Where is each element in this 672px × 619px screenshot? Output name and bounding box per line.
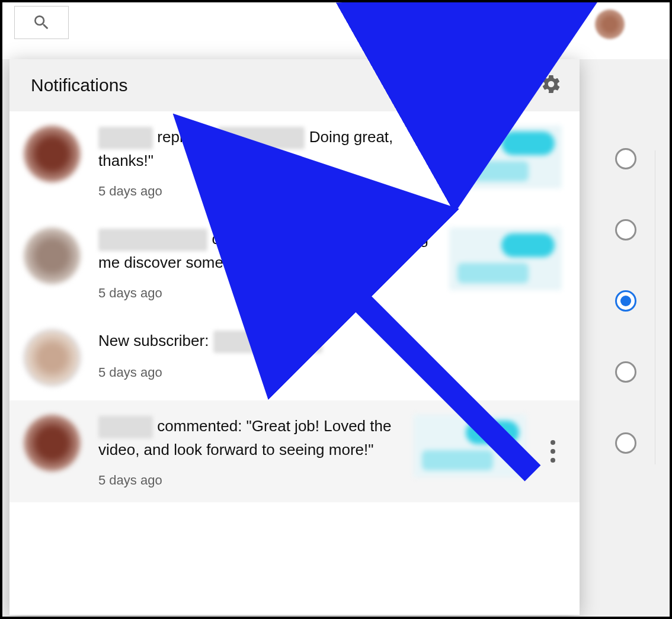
radio-option-3[interactable] <box>615 290 636 312</box>
notification-time: 5 days ago <box>98 184 431 199</box>
notifications-button[interactable]: 9+ <box>540 19 564 43</box>
notification-item[interactable]: New subscriber: ██████████ 5 days ago <box>9 315 580 400</box>
video-thumbnail[interactable] <box>449 227 562 290</box>
avatar <box>24 227 81 284</box>
apps-grid-icon <box>432 22 450 40</box>
radio-option-2[interactable] <box>615 219 636 240</box>
radio-option-1[interactable] <box>615 148 636 169</box>
notification-time: 5 days ago <box>98 365 431 380</box>
video-thumbnail[interactable] <box>414 415 526 477</box>
video-thumbnail[interactable] <box>449 126 562 188</box>
notification-item[interactable]: █████ commented: "Great job! Loved the v… <box>9 400 580 502</box>
avatar <box>24 415 81 472</box>
notification-badge: 9+ <box>552 14 570 32</box>
notification-time: 5 days ago <box>98 473 396 488</box>
notification-list: █████ replied: "████████ Doing great, th… <box>9 111 580 615</box>
gear-icon <box>540 73 562 95</box>
notification-text: New subscriber: ██████████ <box>98 329 431 353</box>
notification-text: ██████████ commented: "██nks for helping… <box>98 227 431 274</box>
create-video-button[interactable] <box>369 19 392 43</box>
notification-text: █████ commented: "Great job! Loved the v… <box>98 415 396 461</box>
account-avatar[interactable] <box>595 9 625 39</box>
top-bar: 9+ <box>2 2 670 59</box>
search-button[interactable] <box>14 6 69 39</box>
divider <box>655 150 655 464</box>
notification-item[interactable]: ██████████ commented: "██nks for helping… <box>9 213 580 315</box>
panel-title: Notifications <box>31 75 127 95</box>
notification-settings-button[interactable] <box>540 73 562 97</box>
video-plus-icon <box>370 20 391 41</box>
radio-option-4[interactable] <box>615 361 636 383</box>
notification-text: █████ replied: "████████ Doing great, th… <box>98 126 431 172</box>
radio-option-5[interactable] <box>615 432 636 454</box>
notification-item[interactable]: █████ replied: "████████ Doing great, th… <box>9 111 580 213</box>
apps-button[interactable] <box>429 19 453 43</box>
notification-time: 5 days ago <box>98 286 431 301</box>
avatar <box>24 329 81 386</box>
search-icon <box>32 13 51 32</box>
radio-group <box>615 148 636 454</box>
avatar <box>24 126 81 182</box>
notifications-panel: Notifications █████ replied: "████████ D… <box>9 59 580 615</box>
panel-header: Notifications <box>9 59 580 111</box>
item-menu-button[interactable] <box>544 415 562 488</box>
